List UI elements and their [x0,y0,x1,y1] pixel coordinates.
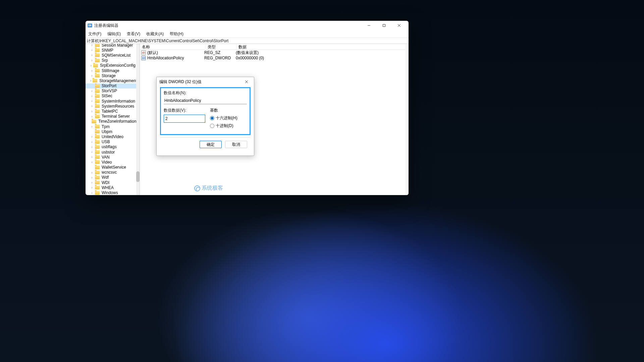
tree-item-storage[interactable]: ›Storage [86,73,136,78]
radio-hex-label: 十六进制(H) [216,115,237,121]
tree-item-snmp[interactable]: ›SNMP [86,48,136,53]
menu-favorites[interactable]: 收藏夹(A) [146,31,164,37]
svg-rect-3 [90,24,91,26]
radio-dec-input[interactable] [210,124,214,128]
value-data-input[interactable] [164,115,205,123]
tree-item-tpm[interactable]: ›Tpm [86,124,136,129]
expand-icon[interactable]: › [90,186,94,189]
expand-icon[interactable]: › [90,176,94,179]
col-data[interactable]: 数据 [236,44,409,50]
expand-icon[interactable]: › [90,140,94,144]
tree-item-systemresources[interactable]: ›SystemResources [86,104,136,109]
tree-item-srp[interactable]: ›Srp [86,58,136,63]
address-bar[interactable]: 计算机\HKEY_LOCAL_MACHINE\SYSTEM\CurrentCon… [86,38,409,44]
tree-item-timezoneinformation[interactable]: TimeZoneInformation [86,119,136,124]
tree-item-srpextensionconfig[interactable]: ›SrpExtensionConfig [86,63,136,68]
menu-view[interactable]: 查看(V) [126,31,141,37]
tree-item-storport[interactable]: StorPort [86,83,136,88]
close-button[interactable] [391,21,407,30]
expand-icon[interactable]: › [90,145,94,149]
expand-icon[interactable]: › [90,155,94,159]
tree-item-storvsp[interactable]: ›StorVSP [86,88,136,94]
list-row[interactable]: 10HmbAllocationPolicyREG_DWORD0x00000000… [140,55,409,61]
expand-icon[interactable]: › [90,181,94,184]
tree-item-terminal-server[interactable]: ›Terminal Server [86,114,136,119]
expand-icon[interactable]: › [90,74,94,77]
tree-item-van[interactable]: ›VAN [86,155,136,160]
expand-icon[interactable]: › [90,115,94,118]
tree-item-ubpm[interactable]: Ubpm [86,129,136,134]
dialog-titlebar[interactable]: 编辑 DWORD (32 位)值 [157,77,254,86]
tree-label: Windows [101,190,119,195]
watermark-text: 系统极客 [202,185,223,192]
expand-icon[interactable]: › [90,171,94,174]
menu-edit[interactable]: 编辑(E) [107,31,121,37]
folder-icon [95,69,100,72]
expand-icon[interactable]: › [90,44,94,47]
tree-item-storagemanagement[interactable]: ›StorageManagement [86,78,136,83]
col-type[interactable]: 类型 [206,44,236,50]
ok-button[interactable]: 确定 [200,141,222,148]
expand-icon[interactable]: › [90,48,94,52]
expand-icon[interactable]: › [90,59,94,62]
expand-icon[interactable]: › [90,125,94,128]
expand-icon[interactable]: › [90,89,94,93]
titlebar[interactable]: 注册表编辑器 [86,21,409,30]
expand-icon[interactable]: › [90,110,94,113]
tree-label: StorageManagement [99,78,138,83]
tree-label: SQMServiceList [101,53,131,58]
tree-item-whea[interactable]: ›WHEA [86,185,136,190]
maximize-button[interactable] [376,21,391,30]
cancel-button[interactable]: 取消 [225,141,247,148]
tree-label: Tpm [101,124,110,129]
dialog-close-button[interactable] [242,78,251,86]
tree-label: SrpExtensionConfig [99,63,136,68]
expand-icon[interactable]: › [90,135,94,138]
tree-item-tabletpc[interactable]: ›TabletPC [86,109,136,114]
expand-icon[interactable]: › [90,79,91,82]
expand-icon[interactable]: › [90,160,94,164]
list-header[interactable]: 名称 类型 数据 [140,44,409,50]
expand-icon[interactable]: › [90,53,94,57]
list-scrollbar[interactable] [405,44,409,195]
radio-hex[interactable]: 十六进制(H) [210,115,247,121]
tree-item-usbstor[interactable]: ›usbstor [86,149,136,155]
menu-file[interactable]: 文件(F) [88,31,102,37]
tree-scrollbar[interactable] [136,44,140,195]
expand-icon[interactable]: › [90,99,94,103]
expand-icon[interactable]: › [90,150,94,154]
tree-scroll-thumb[interactable] [136,171,140,182]
tree-item-usb[interactable]: ›USB [86,139,136,144]
value-name-field[interactable] [164,97,247,104]
watermark-icon [194,185,200,191]
tree-item-usbflags[interactable]: ›usbflags [86,144,136,149]
expand-icon[interactable]: › [90,69,94,72]
tree-item-windows[interactable]: ›Windows [86,190,136,195]
tree-pane[interactable]: ›Session Manager›SNMP›SQMServiceList›Srp… [86,44,140,195]
col-name[interactable]: 名称 [140,44,206,50]
tree-item-video[interactable]: ›Video [86,160,136,165]
radio-dec[interactable]: 十进制(D) [210,123,247,129]
tree-item-wcncsvc[interactable]: ›wcncsvc [86,170,136,175]
expand-icon[interactable]: › [90,104,94,108]
minimize-button[interactable] [361,21,376,30]
tree-item-walletservice[interactable]: WalletService [86,165,136,170]
tree-item-systeminformation[interactable]: ›SystemInformation [86,99,136,104]
expand-icon[interactable]: › [90,64,92,67]
list-row[interactable]: ab(默认)REG_SZ(数值未设置) [140,50,409,55]
expand-icon[interactable]: › [90,191,94,195]
radio-hex-input[interactable] [210,116,214,120]
menu-help[interactable]: 帮助(H) [169,31,184,37]
expand-icon[interactable]: › [90,94,94,98]
value-type: REG_SZ [204,50,234,55]
menubar: 文件(F) 编辑(E) 查看(V) 收藏夹(A) 帮助(H) [86,30,409,38]
tree-item-sqmservicelist[interactable]: ›SQMServiceList [86,53,136,58]
folder-icon [95,160,100,164]
tree-item-session-manager[interactable]: ›Session Manager [86,44,136,48]
tree-item-stillimage[interactable]: ›StillImage [86,68,136,73]
tree-item-unitedvideo[interactable]: ›UnitedVideo [86,134,136,139]
tree-item-wdi[interactable]: ›WDI [86,180,136,185]
tree-item-stsec[interactable]: ›StSec [86,94,136,99]
tree-item-wdf[interactable]: ›Wdf [86,175,136,180]
tree-label: SystemResources [101,104,135,109]
